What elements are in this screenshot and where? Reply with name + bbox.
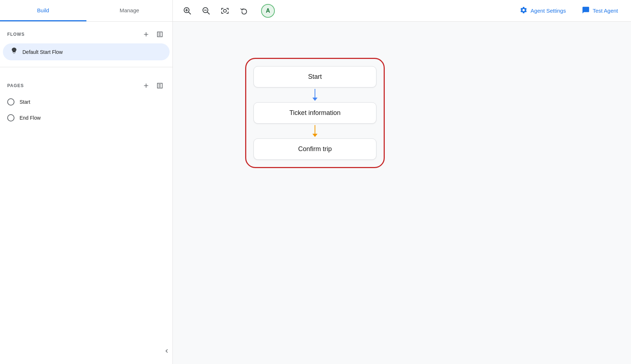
toolbar: A Agent Settings Test Agent xyxy=(173,3,631,18)
gear-icon xyxy=(520,6,528,15)
tab-manage[interactable]: Manage xyxy=(86,0,173,21)
pages-list: Start End Flow xyxy=(0,94,172,126)
canvas[interactable]: Start Ticket information xyxy=(173,22,631,364)
pages-section-header: PAGES xyxy=(0,73,172,94)
zoom-out-icon[interactable] xyxy=(200,5,212,17)
flow-item-default-start[interactable]: Default Start Flow xyxy=(3,43,170,60)
flows-title: FLOWS xyxy=(7,32,138,37)
flow-node-confirm-trip[interactable]: Confirm trip xyxy=(253,138,376,160)
agent-settings-button[interactable]: Agent Settings xyxy=(515,3,570,18)
page-item-end-flow[interactable]: End Flow xyxy=(7,110,165,126)
page-circle-start xyxy=(7,98,14,106)
page-label-start: Start xyxy=(20,99,30,105)
collapse-sidebar-button[interactable] xyxy=(161,344,172,358)
flow-diagram: Start Ticket information xyxy=(245,58,385,168)
flows-section-header: FLOWS xyxy=(0,22,172,43)
connector-orange xyxy=(312,125,317,137)
flow-node-ticket-information[interactable]: Ticket information xyxy=(253,102,376,124)
svg-point-7 xyxy=(223,9,226,12)
focus-icon[interactable] xyxy=(219,5,231,17)
chat-icon xyxy=(582,6,590,15)
connector-blue xyxy=(312,89,317,101)
selection-box: Start Ticket information xyxy=(245,58,385,168)
zoom-in-icon[interactable] xyxy=(182,5,193,17)
pages-add-button[interactable] xyxy=(141,80,152,91)
flow-item-label: Default Start Flow xyxy=(22,49,63,55)
tab-build[interactable]: Build xyxy=(0,0,86,21)
page-label-end-flow: End Flow xyxy=(20,115,40,121)
page-circle-end-flow xyxy=(7,114,14,121)
flow-node-start[interactable]: Start xyxy=(253,66,376,87)
avatar[interactable]: A xyxy=(261,4,275,18)
page-item-start[interactable]: Start xyxy=(7,94,165,110)
main: FLOWS Default Start Flow PAGES xyxy=(0,22,631,364)
header: Build Manage xyxy=(0,0,631,22)
pages-title: PAGES xyxy=(7,83,138,88)
test-agent-label: Test Agent xyxy=(593,8,618,14)
pages-table-button[interactable] xyxy=(154,80,165,91)
sidebar-divider xyxy=(0,67,172,67)
sidebar-tabs: Build Manage xyxy=(0,0,173,21)
test-agent-button[interactable]: Test Agent xyxy=(577,3,622,18)
agent-settings-label: Agent Settings xyxy=(530,8,566,14)
flows-add-button[interactable] xyxy=(141,29,152,40)
sidebar: FLOWS Default Start Flow PAGES xyxy=(0,22,173,364)
flows-table-button[interactable] xyxy=(154,29,165,40)
svg-line-1 xyxy=(189,12,191,14)
undo-icon[interactable] xyxy=(238,5,250,17)
flow-start-icon xyxy=(10,47,18,57)
svg-line-5 xyxy=(208,12,210,14)
